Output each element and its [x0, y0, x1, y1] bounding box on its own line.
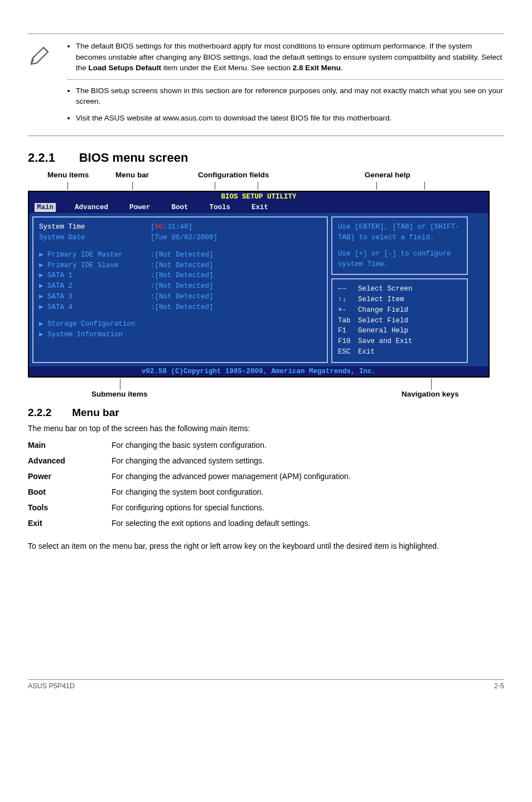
bios-nav-panel: ←→Select Screen ↑↓Select Item +-Change F…	[331, 278, 468, 363]
footer-right: 2-5	[494, 682, 504, 690]
bios-title: BIOS SETUP UTILITY	[29, 192, 489, 202]
bios-menubar: Main Advanced Power Boot Tools Exit	[29, 202, 489, 213]
label-menu-bar: Menu bar	[115, 171, 149, 179]
pencil-note-icon	[28, 42, 56, 69]
note-list: The BIOS setup screens shown in this sec…	[67, 85, 504, 124]
nav-key: ESC	[338, 347, 358, 357]
menubar-description-table: MainFor changing the basic system config…	[28, 437, 351, 531]
note-list: The default BIOS settings for this mothe…	[67, 41, 504, 74]
nav-desc: Select Screen	[358, 285, 413, 293]
bios-tab-tools[interactable]: Tools	[207, 203, 233, 212]
table-row: ToolsFor configuring options for special…	[28, 500, 351, 515]
desc-val: For selecting the exit options and loadi…	[112, 515, 351, 531]
page-footer: ASUS P5P41D 2-5	[28, 679, 504, 690]
value-primary-ide-slave: :[Not Detected]	[151, 260, 321, 271]
note-bold: Load Setups Default	[89, 64, 162, 72]
note-text: item under the Exit Menu. See section	[161, 64, 293, 72]
nav-key: Tab	[338, 316, 358, 326]
help-text-2: Use [+] or [-] to configure system Time.	[338, 249, 461, 270]
bios-help-panel: Use [ENTER], [TAB] or [SHIFT-TAB] to sel…	[331, 216, 468, 275]
nav-desc: Save and Exit	[358, 337, 413, 345]
help-text-1: Use [ENTER], [TAB] or [SHIFT-TAB] to sel…	[338, 222, 461, 243]
desc-val: For changing the basic system configurat…	[112, 437, 351, 453]
desc-val: For changing the system boot configurati…	[112, 484, 351, 500]
section-heading-222: 2.2.2 Menu bar	[28, 407, 504, 419]
nav-desc: General Help	[358, 327, 408, 335]
desc-val: For changing the advanced system setting…	[112, 453, 351, 468]
bios-tab-boot[interactable]: Boot	[170, 203, 191, 212]
desc-key: Main	[28, 437, 112, 453]
label-submenu-items: Submenu items	[91, 390, 148, 398]
ticks-top	[28, 182, 504, 190]
value-sata-1: :[Not Detected]	[151, 270, 321, 281]
bios-tab-power[interactable]: Power	[127, 203, 153, 212]
value-sata-3: :[Not Detected]	[151, 292, 321, 302]
field-system-date-value[interactable]: [Tue 06/02/2009]	[151, 233, 321, 243]
submenu-primary-ide-slave[interactable]: Primary IDE Slave	[39, 260, 151, 271]
bios-tab-advanced[interactable]: Advanced	[72, 203, 110, 212]
nav-desc: Select Item	[358, 296, 404, 303]
bios-footer: v02.58 (C)Copyright 1985-2009, American …	[29, 366, 489, 376]
bios-tab-exit[interactable]: Exit	[249, 203, 270, 212]
submenu-sata-1[interactable]: SATA 1	[39, 270, 151, 281]
nav-desc: Select Field	[358, 317, 408, 325]
bios-tab-main[interactable]: Main	[35, 203, 56, 212]
menubar-intro: The menu bar on top of the screen has th…	[28, 423, 504, 434]
table-row: MainFor changing the basic system config…	[28, 437, 351, 453]
desc-key: Boot	[28, 484, 112, 500]
footer-left: ASUS P5P41D	[28, 682, 75, 690]
field-system-time-value[interactable]: [00:31:48]	[151, 222, 321, 233]
time-rest: :31:48]	[163, 223, 193, 231]
table-row: PowerFor changing the advanced power man…	[28, 468, 351, 484]
bracket: [	[151, 223, 155, 231]
note-block: The default BIOS settings for this mothe…	[28, 33, 504, 136]
nav-key: ←→	[338, 284, 358, 294]
nav-key: F10	[338, 336, 358, 347]
desc-key: Power	[28, 468, 112, 484]
bios-diagram-top-labels: Menu items Menu bar Configuration fields…	[28, 171, 504, 182]
table-row: AdvancedFor changing the advanced system…	[28, 453, 351, 468]
submenu-sata-4[interactable]: SATA 4	[39, 302, 151, 313]
note-item-3: Visit the ASUS website at www.asus.com t…	[76, 113, 504, 124]
note-item-1: The default BIOS settings for this mothe…	[76, 41, 504, 74]
bios-screenshot: BIOS SETUP UTILITY Main Advanced Power B…	[28, 191, 490, 377]
ticks-bottom	[28, 379, 504, 390]
after-table-text: To select an item on the menu bar, press…	[28, 541, 504, 552]
label-config-fields: Configuration fields	[198, 171, 269, 179]
desc-key: Tools	[28, 500, 112, 515]
desc-val: For changing the advanced power manageme…	[112, 468, 351, 484]
value-sata-2: :[Not Detected]	[151, 281, 321, 292]
value-sata-4: :[Not Detected]	[151, 302, 321, 313]
submenu-primary-ide-master[interactable]: Primary IDE Master	[39, 250, 151, 260]
section-heading-221: 2.2.1 BIOS menu screen	[28, 151, 504, 165]
submenu-storage-configuration[interactable]: Storage Configuration	[39, 319, 136, 330]
note-bold: 2.8 Exit Menu	[293, 64, 341, 72]
submenu-sata-2[interactable]: SATA 2	[39, 281, 151, 292]
submenu-system-information[interactable]: System Information	[39, 330, 123, 340]
label-navigation-keys: Navigation keys	[402, 390, 459, 398]
bios-left-panel: System Time [00:31:48] System Date [Tue …	[32, 216, 328, 363]
bios-diagram-bottom-labels: Submenu items Navigation keys	[28, 390, 504, 399]
note-item-2: The BIOS setup screens shown in this sec…	[76, 85, 504, 107]
value-primary-ide-master: :[Not Detected]	[151, 250, 321, 260]
desc-key: Exit	[28, 515, 112, 531]
table-row: ExitFor selecting the exit options and l…	[28, 515, 351, 531]
nav-key: ↑↓	[338, 294, 358, 305]
nav-key: +-	[338, 305, 358, 316]
nav-key: F1	[338, 326, 358, 336]
field-system-date-label[interactable]: System Date	[39, 233, 151, 243]
divider	[67, 79, 504, 80]
label-menu-items: Menu items	[47, 171, 89, 179]
table-row: BootFor changing the system boot configu…	[28, 484, 351, 500]
time-hh: 00	[155, 223, 163, 231]
nav-desc: Change Field	[358, 306, 408, 314]
nav-desc: Exit	[358, 348, 375, 356]
desc-key: Advanced	[28, 453, 112, 468]
label-general-help: General help	[365, 171, 410, 179]
submenu-sata-3[interactable]: SATA 3	[39, 292, 151, 302]
desc-val: For configuring options for special func…	[112, 500, 351, 515]
field-system-time-label[interactable]: System Time	[39, 222, 151, 233]
note-text: .	[341, 64, 343, 72]
